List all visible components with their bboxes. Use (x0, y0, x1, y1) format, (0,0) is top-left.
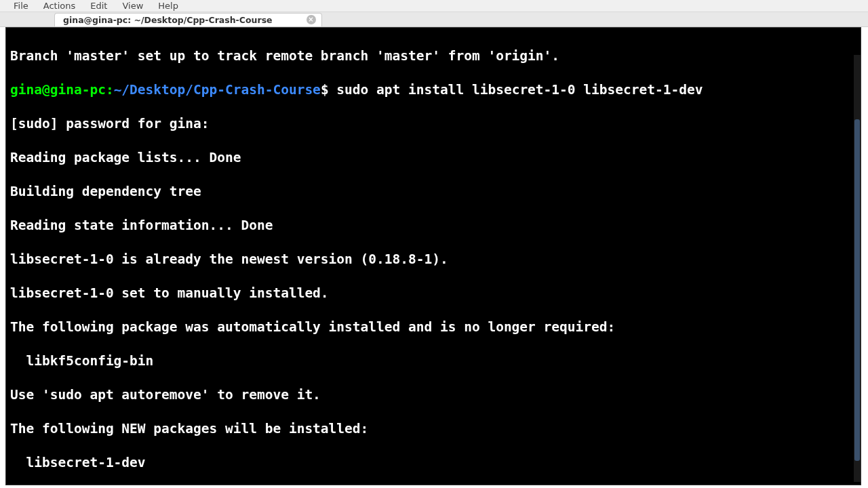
terminal-tab[interactable]: gina@gina-pc: ~/Desktop/Cpp-Crash-Course… (54, 13, 322, 26)
output-line: libsecret-1-0 is already the newest vers… (10, 251, 856, 268)
prompt-line: gina@gina-pc:~/Desktop/Cpp-Crash-Course$… (10, 81, 856, 98)
output-line: libsecret-1-0 set to manually installed. (10, 285, 856, 302)
scrollbar[interactable] (854, 55, 861, 482)
output-line: Branch 'master' set up to track remote b… (10, 47, 856, 64)
output-line: Reading state information... Done (10, 217, 856, 234)
command-text: sudo apt install libsecret-1-0 libsecret… (329, 82, 703, 98)
output-line: libkf5config-bin (10, 352, 856, 369)
menu-help[interactable]: Help (158, 1, 178, 11)
close-icon[interactable]: × (307, 15, 316, 24)
menu-view[interactable]: View (122, 1, 143, 11)
scrollbar-thumb[interactable] (854, 119, 860, 461)
terminal-output[interactable]: Branch 'master' set up to track remote b… (10, 30, 856, 482)
menubar: File Actions Edit View Help (0, 0, 868, 12)
menu-edit[interactable]: Edit (90, 1, 107, 11)
tabbar: gina@gina-pc: ~/Desktop/Cpp-Crash-Course… (0, 12, 868, 27)
output-line: The following NEW packages will be insta… (10, 420, 856, 437)
output-line: libsecret-1-dev (10, 454, 856, 471)
menu-file[interactable]: File (14, 1, 28, 11)
prompt-symbol: $ (321, 82, 329, 98)
output-line: The following package was automatically … (10, 319, 856, 336)
prompt-path: ~/Desktop/Cpp-Crash-Course (114, 82, 321, 98)
output-line: Use 'sudo apt autoremove' to remove it. (10, 386, 856, 403)
output-line: Reading package lists... Done (10, 149, 856, 166)
output-line: Building dependency tree (10, 183, 856, 200)
output-line: [sudo] password for gina: (10, 115, 856, 132)
menu-actions[interactable]: Actions (43, 1, 76, 11)
prompt-user-host: gina@gina-pc: (10, 82, 114, 98)
terminal-panel[interactable]: Branch 'master' set up to track remote b… (5, 27, 861, 485)
tab-title: gina@gina-pc: ~/Desktop/Cpp-Crash-Course (63, 15, 273, 25)
